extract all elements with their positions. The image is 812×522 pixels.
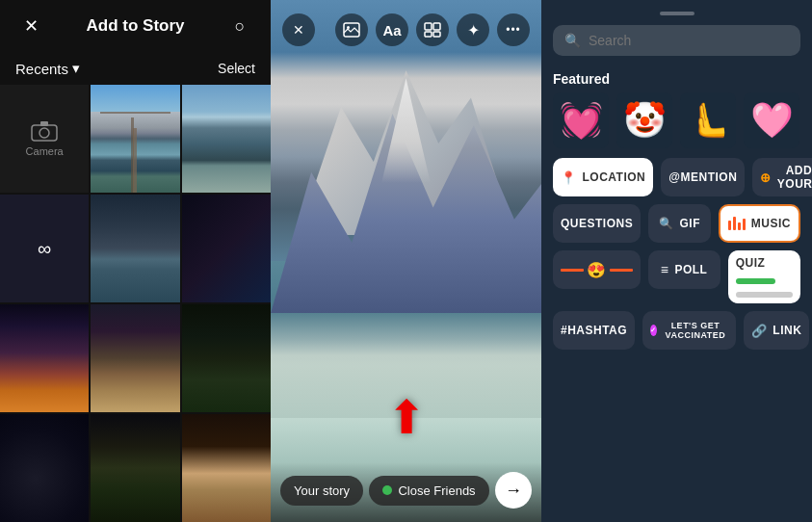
featured-label: Featured (541, 64, 812, 92)
effects-tool-button[interactable]: ✦ (457, 13, 489, 46)
dark-tree-image (182, 195, 271, 302)
vaccinated-icon: ✓ (650, 325, 657, 336)
settings-icon: ○ (235, 16, 246, 37)
link-label: LINK (773, 324, 801, 337)
gallery-settings-button[interactable]: ○ (224, 11, 255, 41)
photo-cell-2[interactable] (182, 85, 271, 193)
photo-cell-infinity[interactable]: ∞ (0, 195, 89, 302)
story-upload-arrow: ⬆ (387, 390, 426, 444)
close-icon: ✕ (293, 22, 304, 38)
recents-dropdown[interactable]: Recents ▾ (15, 60, 80, 77)
location-dot-icon: 📍 (561, 170, 577, 185)
sticker-row-3: 😍 ≡ POLL QUIZ (553, 250, 800, 303)
gif-sticker-button[interactable]: 🔍 GIF (648, 204, 711, 243)
recents-label: Recents (15, 61, 68, 77)
more-button[interactable]: ••• (497, 13, 530, 46)
friends-dot-icon (382, 485, 392, 495)
water-image (91, 195, 179, 302)
add-yours-sticker-button[interactable]: ⊕ ADD YOURS (752, 158, 812, 196)
story-panel: ✕ Aa ✦ (271, 0, 541, 522)
quiz-bar-green (736, 278, 775, 284)
poll-lines-icon: ≡ (661, 262, 669, 277)
sunset-image (0, 304, 89, 412)
location-sticker-button[interactable]: 📍 LOCATION (553, 158, 653, 196)
plants-image (91, 414, 179, 522)
image-icon (343, 22, 360, 38)
emoji-slider-button[interactable]: 😍 (553, 250, 641, 289)
featured-sticker-3[interactable]: 🫷 (680, 92, 736, 148)
sticker-search-bar[interactable]: 🔍 (553, 25, 800, 56)
hashtag-sticker-button[interactable]: #HASHTAG (553, 311, 635, 350)
photo-cell-3[interactable] (91, 195, 179, 302)
story-toolbar: ✕ Aa ✦ (271, 0, 541, 60)
featured-sticker-4[interactable]: 🩷 (744, 92, 799, 148)
gallery-header: ✕ Add to Story ○ (0, 0, 271, 52)
selected-photo-cell[interactable] (91, 85, 179, 193)
story-next-button[interactable]: → (495, 472, 532, 509)
svg-rect-5 (425, 23, 432, 30)
select-button[interactable]: Select (218, 61, 255, 76)
mountain-bridge-image (91, 85, 179, 193)
music-sticker-button[interactable]: MUSIC (719, 204, 800, 243)
gallery-close-button[interactable]: ✕ (15, 11, 46, 41)
add-yours-label: ADD YOURS (777, 164, 812, 191)
quiz-sticker-button[interactable]: QUIZ (728, 250, 800, 303)
layout-tool-button[interactable] (416, 13, 449, 46)
text-icon: Aa (382, 22, 401, 39)
sticker-header: 🔍 (541, 0, 812, 64)
add-icon: ⊕ (760, 170, 772, 185)
close-friends-button[interactable]: Close Friends (369, 476, 488, 506)
story-close-button[interactable]: ✕ (282, 13, 315, 46)
glacier-image (182, 85, 271, 193)
text-tool-button[interactable]: Aa (376, 13, 408, 46)
camera-label: Camera (26, 145, 64, 157)
night-image (0, 414, 89, 522)
photo-cell-5[interactable] (0, 304, 89, 412)
sticker-row-1: 📍 LOCATION @MENTION ⊕ ADD YOURS (553, 158, 800, 196)
sunrise-image (91, 304, 179, 412)
gallery-title: Add to Story (46, 16, 224, 36)
poll-sticker-button[interactable]: ≡ POLL (648, 250, 720, 289)
sticker-row-4: #HASHTAG ✓ LET'S GET VACCINATED 🔗 LINK (553, 311, 800, 350)
vaccinated-sticker-button[interactable]: ✓ LET'S GET VACCINATED (642, 311, 736, 350)
more-icon: ••• (506, 23, 521, 37)
hashtag-label: #HASHTAG (561, 324, 627, 337)
gallery-recents-bar: Recents ▾ Select (0, 52, 271, 85)
questions-sticker-button[interactable]: QUESTIONS (553, 204, 641, 243)
poll-label: POLL (674, 263, 707, 276)
photo-cell-7[interactable] (182, 304, 271, 412)
svg-point-1 (39, 128, 49, 138)
photo-cell-4[interactable] (182, 195, 271, 302)
svg-rect-7 (425, 32, 432, 37)
mention-sticker-button[interactable]: @MENTION (661, 158, 745, 196)
sticker-row-2: QUESTIONS 🔍 GIF MUSIC (553, 204, 800, 243)
vaccinated-label: LET'S GET VACCINATED (663, 321, 728, 340)
link-sticker-button[interactable]: 🔗 LINK (744, 311, 810, 350)
featured-stickers-row: 💓 🤡 🫷 🩷 (541, 92, 812, 158)
camera-cell[interactable]: Camera (0, 85, 89, 193)
chevron-down-icon: ▾ (72, 60, 80, 77)
gallery-grid: Camera ∞ (0, 85, 271, 522)
photo-cell-9[interactable] (91, 414, 179, 522)
gif-label: GIF (680, 217, 701, 230)
svg-rect-6 (433, 23, 440, 30)
svg-rect-8 (433, 32, 440, 37)
featured-sticker-1[interactable]: 💓 (553, 92, 609, 148)
drag-handle (660, 12, 694, 15)
photo-cell-6[interactable] (91, 304, 179, 412)
photo-cell-10[interactable] (182, 414, 271, 522)
photo-cell-8[interactable] (0, 414, 89, 522)
stickers-panel: 🔍 Featured 💓 🤡 🫷 🩷 📍 LOCATION @MENTION ⊕… (541, 0, 812, 522)
search-input[interactable] (589, 33, 789, 48)
gallery-panel: ✕ Add to Story ○ Recents ▾ Select Camera (0, 0, 271, 522)
svg-rect-2 (40, 121, 48, 126)
your-story-button[interactable]: Your story (280, 476, 363, 506)
close-icon: ✕ (24, 15, 39, 37)
story-bottom-bar: Your story Close Friends → (271, 462, 541, 522)
effects-icon: ✦ (467, 21, 480, 39)
featured-sticker-2[interactable]: 🤡 (616, 92, 672, 148)
image-tool-button[interactable] (335, 13, 368, 46)
story-tools-right: Aa ✦ ••• (335, 13, 530, 46)
svg-point-4 (347, 26, 350, 29)
music-bars-icon (728, 217, 746, 230)
